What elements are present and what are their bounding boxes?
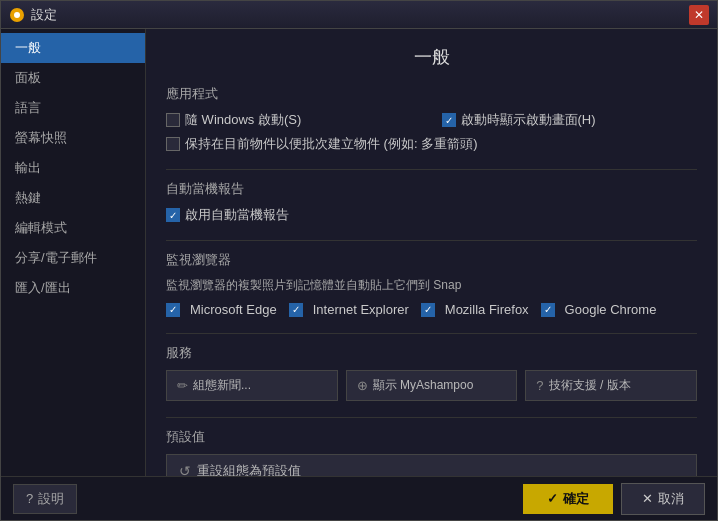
monitor-title: 監視瀏覽器 — [166, 251, 697, 269]
chrome-label: Google Chrome — [565, 302, 657, 317]
batch-create-label: 保持在目前物件以便批次建立物件 (例如: 多重箭頭) — [185, 135, 478, 153]
edge-checkbox[interactable] — [166, 303, 180, 317]
news-icon: ✏ — [177, 378, 188, 393]
sidebar-item-hotkeys[interactable]: 熱鍵 — [1, 183, 145, 213]
ie-checkbox[interactable] — [289, 303, 303, 317]
service-news-button[interactable]: ✏ 組態新聞... — [166, 370, 338, 401]
service-myashampoo-button[interactable]: ⊕ 顯示 MyAshampoo — [346, 370, 518, 401]
sidebar-item-output[interactable]: 輸出 — [1, 153, 145, 183]
sidebar-item-panel[interactable]: 面板 — [1, 63, 145, 93]
firefox-item: Mozilla Firefox — [421, 302, 529, 317]
close-button[interactable]: ✕ — [689, 5, 709, 25]
services-title: 服務 — [166, 344, 697, 362]
sidebar-item-language[interactable]: 語言 — [1, 93, 145, 123]
main-content: 一般 面板 語言 螢幕快照 輸出 熱鍵 編輯模式 分享/電子郵件 — [1, 29, 717, 476]
chrome-item: Google Chrome — [541, 302, 657, 317]
app-icon — [9, 7, 25, 23]
monitor-desc: 監視瀏覽器的複製照片到記憶體並自動貼上它們到 Snap — [166, 277, 697, 294]
auto-report-title: 自動當機報告 — [166, 180, 697, 198]
auto-report-section: 自動當機報告 啟用自動當機報告 — [166, 180, 697, 224]
chrome-checkbox[interactable] — [541, 303, 555, 317]
batch-create-checkbox[interactable] — [166, 137, 180, 151]
ie-label: Internet Explorer — [313, 302, 409, 317]
sidebar-item-capture[interactable]: 螢幕快照 — [1, 123, 145, 153]
auto-report-label: 啟用自動當機報告 — [185, 206, 289, 224]
edge-label: Microsoft Edge — [190, 302, 277, 317]
show-on-startup-checkbox[interactable] — [442, 113, 456, 127]
windows-startup-item: 隨 Windows 啟動(S) — [166, 111, 406, 129]
myashampoo-icon: ⊕ — [357, 378, 368, 393]
support-icon: ? — [536, 378, 543, 393]
divider-3 — [166, 333, 697, 334]
auto-report-row: 啟用自動當機報告 — [166, 206, 697, 224]
title-bar-text: 設定 — [31, 6, 689, 24]
app-section: 應用程式 隨 Windows 啟動(S) 啟動時顯示啟動畫面(H) 保持在目前物… — [166, 85, 697, 153]
ok-button[interactable]: ✓ 確定 — [523, 484, 613, 514]
services-section: 服務 ✏ 組態新聞... ⊕ 顯示 MyAshampoo ? 技術支援 / 版本 — [166, 344, 697, 401]
ie-item: Internet Explorer — [289, 302, 409, 317]
svg-point-1 — [14, 12, 20, 18]
sidebar: 一般 面板 語言 螢幕快照 輸出 熱鍵 編輯模式 分享/電子郵件 — [1, 29, 146, 476]
sidebar-item-import-export[interactable]: 匯入/匯出 — [1, 273, 145, 303]
divider-2 — [166, 240, 697, 241]
show-on-startup-label: 啟動時顯示啟動畫面(H) — [461, 111, 596, 129]
help-button[interactable]: ? 設明 — [13, 484, 77, 514]
settings-window: 設定 ✕ 一般 面板 語言 螢幕快照 輸出 熱鍵 編輯模 — [0, 0, 718, 521]
app-section-title: 應用程式 — [166, 85, 697, 103]
page-title: 一般 — [166, 45, 697, 69]
services-row: ✏ 組態新聞... ⊕ 顯示 MyAshampoo ? 技術支援 / 版本 — [166, 370, 697, 401]
cancel-icon: ✕ — [642, 491, 653, 506]
reset-defaults-button[interactable]: ↺ 重設組態為預設值 — [166, 454, 697, 476]
sidebar-item-general[interactable]: 一般 — [1, 33, 145, 63]
windows-startup-checkbox[interactable] — [166, 113, 180, 127]
cancel-button[interactable]: ✕ 取消 — [621, 483, 705, 515]
content-area: 一般 應用程式 隨 Windows 啟動(S) 啟動時顯示啟動畫面(H) — [146, 29, 717, 476]
divider-4 — [166, 417, 697, 418]
monitor-section: 監視瀏覽器 監視瀏覽器的複製照片到記憶體並自動貼上它們到 Snap Micros… — [166, 251, 697, 317]
sidebar-item-share[interactable]: 分享/電子郵件 — [1, 243, 145, 273]
divider-1 — [166, 169, 697, 170]
firefox-checkbox[interactable] — [421, 303, 435, 317]
show-on-startup-item: 啟動時顯示啟動畫面(H) — [442, 111, 682, 129]
auto-report-checkbox[interactable] — [166, 208, 180, 222]
startup-row: 隨 Windows 啟動(S) 啟動時顯示啟動畫面(H) — [166, 111, 697, 129]
windows-startup-label: 隨 Windows 啟動(S) — [185, 111, 301, 129]
edge-item: Microsoft Edge — [166, 302, 277, 317]
footer: ? 設明 ✓ 確定 ✕ 取消 — [1, 476, 717, 520]
reset-defaults-icon: ↺ — [179, 463, 191, 476]
defaults-section: 預設值 ↺ 重設組態為預設值 ↺ 重設 (顯示) 介紹視窗 — [166, 428, 697, 476]
service-support-button[interactable]: ? 技術支援 / 版本 — [525, 370, 697, 401]
batch-create-row: 保持在目前物件以便批次建立物件 (例如: 多重箭頭) — [166, 135, 697, 153]
firefox-label: Mozilla Firefox — [445, 302, 529, 317]
help-icon: ? — [26, 491, 33, 506]
defaults-title: 預設值 — [166, 428, 697, 446]
browser-grid: Microsoft Edge Internet Explorer Mozilla… — [166, 302, 697, 317]
title-bar: 設定 ✕ — [1, 1, 717, 29]
sidebar-item-edit-mode[interactable]: 編輯模式 — [1, 213, 145, 243]
ok-icon: ✓ — [547, 491, 558, 506]
